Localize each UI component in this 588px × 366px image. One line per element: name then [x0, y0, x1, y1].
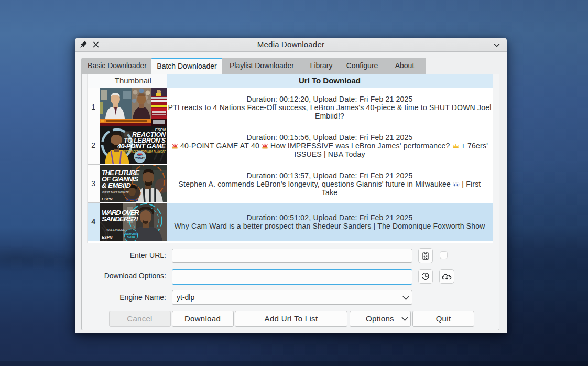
svg-text:FIRST TAKE DEBATE: FIRST TAKE DEBATE	[102, 191, 129, 194]
svg-text:TODAY: TODAY	[135, 157, 145, 160]
svg-text:& EMBIID: & EMBIID	[102, 181, 132, 189]
svg-text:SHOW: SHOW	[127, 236, 135, 239]
svg-text:ESPN: ESPN	[102, 197, 113, 201]
svg-text:WATCH ESPN FOR NBA PLAYOFF: WATCH ESPN FOR NBA PLAYOFF	[123, 150, 166, 153]
svg-text:FOXWORTH: FOXWORTH	[124, 233, 139, 235]
svg-text:ESPN: ESPN	[155, 127, 166, 132]
svg-text:40-POINT GAME: 40-POINT GAME	[117, 143, 166, 150]
svg-text:SANDERS?!: SANDERS?!	[102, 215, 139, 223]
svg-text:ESPN: ESPN	[102, 235, 113, 240]
svg-text:FULL EPISODE: FULL EPISODE	[106, 228, 125, 231]
